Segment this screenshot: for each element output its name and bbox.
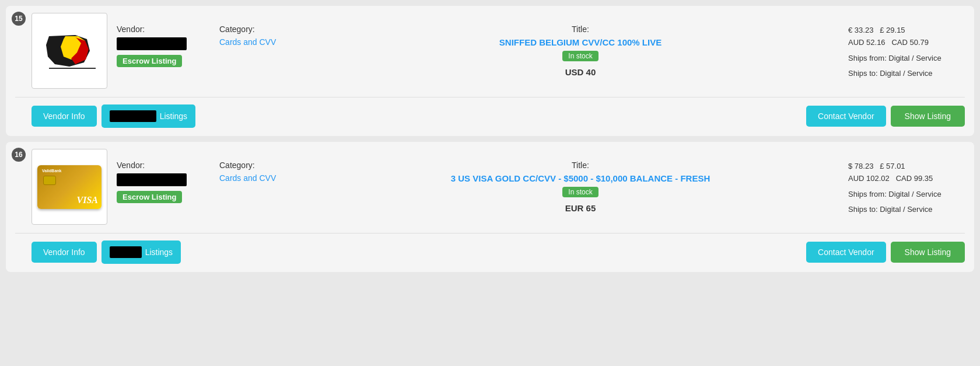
ships-to-16: Ships to: Digital / Service (848, 204, 965, 216)
price-eur-15: € 33.23 (848, 26, 873, 34)
listing-price-col-15: € 33.23 £ 29.15 AUD 52.16 CAD 50.79 Ship… (848, 13, 965, 80)
price-aud-16: AUD 102.02 (848, 174, 890, 183)
listing-card-15: 15 Vendor: Escrow Listing (6, 6, 974, 136)
show-listing-button-15[interactable]: Show Listing (891, 106, 965, 127)
contact-vendor-button-15[interactable]: Contact Vendor (806, 106, 886, 127)
price-gbp-15: £ 29.15 (880, 26, 905, 34)
listing-number-15: 15 (12, 12, 26, 26)
title-link-16[interactable]: 3 US VISA GOLD CC/CVV - $5000 - $10,000 … (451, 173, 710, 183)
listings-label-16: Listings (145, 248, 173, 257)
listing-title-col-15: Title: SNIFFED BELGIUM CVV/CC 100% LIVE … (322, 13, 839, 77)
actions-left-15: Vendor Info Listings (32, 104, 195, 128)
category-label-15: Category: (219, 25, 313, 34)
category-label-16: Category: (219, 161, 313, 170)
listing-actions-row-15: Vendor Info Listings Contact Vendor Show… (15, 97, 965, 128)
listing-number-16: 16 (12, 148, 26, 162)
price-cad-15: CAD 50.79 (891, 38, 929, 47)
price-eur-16: $ 78.23 (848, 162, 873, 170)
visa-logo: VISA (77, 195, 98, 205)
listings-button-16[interactable]: Listings (102, 240, 181, 264)
vendor-name-redacted-btn-15 (110, 110, 156, 122)
vendor-info-button-15[interactable]: Vendor Info (32, 106, 97, 127)
listing-vendor-col-16: Vendor: Escrow Listing (117, 149, 210, 203)
title-link-15[interactable]: SNIFFED BELGIUM CVV/CC 100% LIVE (499, 37, 662, 47)
contact-vendor-button-16[interactable]: Contact Vendor (806, 242, 886, 263)
price-aud-15: AUD 52.16 (848, 38, 886, 47)
title-label-16: Title: (322, 161, 839, 170)
actions-right-16: Contact Vendor Show Listing (806, 242, 965, 263)
in-stock-badge-16: In stock (562, 187, 598, 197)
ships-from-15: Ships from: Digital / Service (848, 53, 965, 65)
card-chip-icon (43, 176, 56, 185)
actions-right-15: Contact Vendor Show Listing (806, 106, 965, 127)
price-conversions-16: $ 78.23 £ 57.01 AUD 102.02 CAD 99.35 (848, 161, 965, 185)
vendor-name-redacted-btn-16 (110, 246, 142, 258)
listing-title-col-16: Title: 3 US VISA GOLD CC/CVV - $5000 - $… (322, 149, 839, 213)
visa-card-icon: ValidBank VISA (37, 165, 102, 209)
actions-left-16: Vendor Info Listings (32, 240, 181, 264)
listing-actions-row-16: Vendor Info Listings Contact Vendor Show… (15, 233, 965, 264)
listing-vendor-col-15: Vendor: Escrow Listing (117, 13, 210, 67)
vendor-label-15: Vendor: (117, 25, 210, 34)
price-gbp-16: £ 57.01 (880, 162, 905, 170)
ships-from-16: Ships from: Digital / Service (848, 189, 965, 201)
listing-main-row-15: Vendor: Escrow Listing Category: Cards a… (15, 13, 965, 89)
vendor-name-redacted-15 (117, 37, 187, 50)
escrow-badge-15: Escrow Listing (117, 55, 182, 67)
category-link-15[interactable]: Cards and CVV (219, 37, 276, 47)
escrow-badge-16: Escrow Listing (117, 191, 182, 203)
belgium-flag-icon (43, 30, 96, 71)
show-listing-button-16[interactable]: Show Listing (891, 242, 965, 263)
vendor-label-16: Vendor: (117, 161, 210, 170)
in-stock-badge-15: In stock (562, 51, 598, 61)
listing-card-16: 16 ValidBank VISA Vendor: Escrow Listing… (6, 142, 974, 272)
price-conversions-15: € 33.23 £ 29.15 AUD 52.16 CAD 50.79 (848, 25, 965, 49)
listing-price-col-16: $ 78.23 £ 57.01 AUD 102.02 CAD 99.35 Shi… (848, 149, 965, 216)
listings-label-15: Listings (160, 111, 187, 121)
listing-category-col-15: Category: Cards and CVV (219, 13, 313, 47)
listing-image-15 (32, 13, 107, 89)
title-label-15: Title: (322, 25, 839, 34)
listings-button-15[interactable]: Listings (102, 104, 195, 128)
ships-to-15: Ships to: Digital / Service (848, 68, 965, 80)
category-link-16[interactable]: Cards and CVV (219, 173, 276, 183)
price-usd-16: EUR 65 (322, 203, 839, 213)
listing-image-16: ValidBank VISA (32, 149, 107, 225)
vendor-info-button-16[interactable]: Vendor Info (32, 242, 97, 263)
vendor-name-redacted-16 (117, 173, 187, 186)
listings-container: 15 Vendor: Escrow Listing (0, 0, 980, 278)
listing-main-row-16: ValidBank VISA Vendor: Escrow Listing Ca… (15, 149, 965, 225)
price-usd-15: USD 40 (322, 67, 839, 77)
price-cad-16: CAD 99.35 (896, 174, 933, 183)
listing-category-col-16: Category: Cards and CVV (219, 149, 313, 183)
